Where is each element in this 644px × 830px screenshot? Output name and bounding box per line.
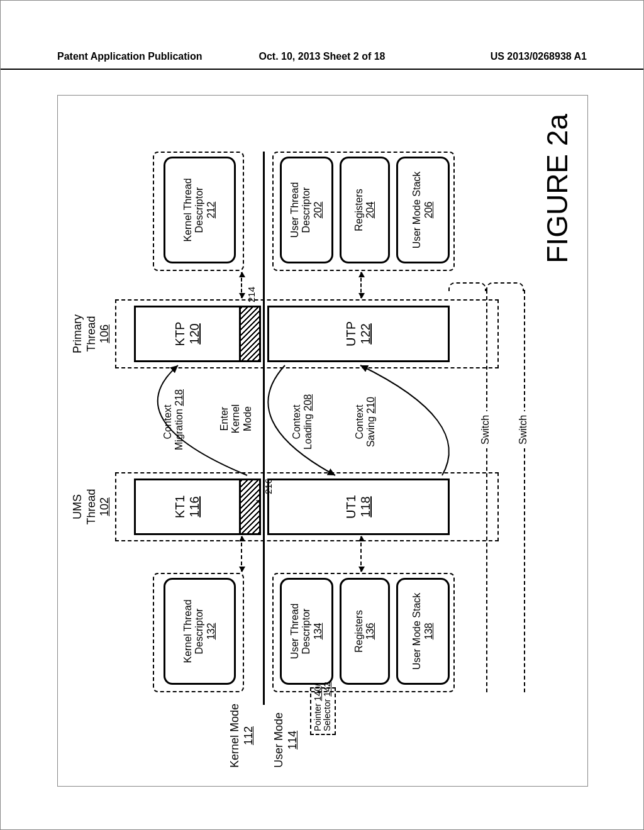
left-utd-box: User Thread Descriptor 134 (280, 578, 333, 685)
kt1-hatch (241, 479, 261, 535)
left-ums-box: User Mode Stack 138 (396, 578, 450, 685)
ktp-box: KTP 120 (134, 306, 241, 362)
switch-line-2 (524, 290, 525, 692)
left-reg-num: 136 (365, 623, 376, 640)
context-saving-label: Context Saving 210 (354, 394, 377, 450)
left-user-connector (360, 536, 365, 572)
context-loading-arrow (260, 362, 417, 479)
context-migration-num: 218 (174, 389, 184, 406)
left-reg-label: Registers (353, 610, 365, 653)
figure-label: FIGURE 2a (540, 114, 574, 263)
selector-num: 142 (322, 682, 332, 696)
right-kernel-connector (241, 272, 246, 298)
right-ktd-label: Kernel Thread Descriptor (182, 178, 206, 241)
switch-hook-1 (448, 282, 486, 291)
ums-thread-text: UMS Thread (71, 489, 97, 524)
ktp-hatch (241, 306, 261, 362)
right-user-group: User Thread Descriptor 202 Registers 204… (272, 152, 455, 271)
pointer-num: 140 (313, 686, 323, 700)
left-utd-label: User Thread Descriptor (289, 604, 313, 660)
left-ums-label: User Mode Stack (411, 593, 423, 670)
kernel-mode-num: 112 (242, 726, 255, 745)
left-kernel-group: Kernel Thread Descriptor 132 (153, 573, 244, 692)
utp-label: UTP (344, 321, 358, 346)
right-user-connector (360, 272, 365, 298)
right-ktd-num: 212 (206, 202, 217, 219)
right-utd-label: User Thread Descriptor (289, 182, 313, 238)
callout-214: 214 (246, 287, 257, 302)
callout-216-num: 216 (263, 479, 274, 494)
header-right: US 2013/0268938 A1 (491, 51, 587, 62)
left-ktd-label: Kernel Thread Descriptor (182, 599, 206, 663)
context-loading-num: 208 (303, 394, 313, 411)
page-root: Patent Application Publication Oct. 10, … (0, 0, 644, 830)
header: Patent Application Publication Oct. 10, … (1, 45, 643, 70)
right-utd-box: User Thread Descriptor 202 (280, 157, 333, 263)
kt1-label: KT1 (173, 495, 187, 519)
header-left: Patent Application Publication (57, 51, 203, 62)
context-migration-label: Context Migration 218 (162, 394, 186, 450)
right-ums-label: User Mode Stack (411, 172, 423, 249)
enter-kernel-text: Enter Kernel Mode (219, 404, 253, 433)
switch-label-2: Switch (518, 411, 529, 448)
context-saving-num: 210 (365, 397, 376, 414)
primary-thread-num: 106 (98, 324, 111, 343)
context-loading-text: Context Loading (291, 404, 313, 450)
right-reg-label: Registers (353, 189, 365, 231)
right-ums-num: 206 (423, 202, 435, 219)
diagram-frame: FIGURE 2a Kernel Mode 112 User Mode 114 … (57, 95, 588, 787)
kt1-num: 116 (187, 496, 202, 517)
user-mode-label: User Mode 114 (272, 712, 299, 768)
selector-label: Selector (322, 699, 332, 731)
left-user-group: User Thread Descriptor 134 Registers 136… (272, 573, 455, 692)
left-ums-num: 138 (423, 623, 435, 640)
kernel-mode-label: Kernel Mode 112 (228, 704, 255, 768)
ums-thread-label: UMS Thread 102 (71, 482, 112, 532)
kernel-mode-text: Kernel Mode (228, 704, 241, 768)
context-loading-label: Context Loading 208 (291, 394, 314, 450)
right-kernel-group: Kernel Thread Descriptor 212 (153, 152, 244, 271)
context-migration-text: Context Migration (162, 404, 184, 450)
ut1-box: UT1 118 (267, 479, 450, 535)
left-kernel-connector (241, 536, 246, 572)
utp-num: 122 (358, 323, 373, 344)
ktp-num: 120 (187, 323, 202, 344)
primary-thread-label: Primary Thread 106 (71, 309, 112, 359)
switch-line-1 (486, 290, 487, 692)
ut1-label: UT1 (344, 495, 358, 519)
diagram: FIGURE 2a Kernel Mode 112 User Mode 114 … (71, 114, 574, 768)
right-utd-num: 202 (313, 202, 324, 219)
user-mode-num: 114 (286, 731, 299, 750)
left-utd-num: 134 (313, 623, 324, 640)
pointer-label: Pointer (313, 704, 323, 731)
primary-thread-text: Primary Thread (71, 314, 97, 353)
callout-214-num: 214 (246, 287, 257, 302)
switch-hook-2 (486, 282, 524, 291)
user-mode-text: User Mode (272, 712, 285, 768)
header-center: Oct. 10, 2013 Sheet 2 of 18 (259, 51, 386, 62)
ut1-num: 118 (358, 496, 373, 517)
switch-label-1: Switch (480, 411, 491, 448)
kt1-box: KT1 116 (134, 479, 241, 535)
left-ktd-box: Kernel Thread Descriptor 132 (164, 578, 236, 685)
left-reg-box: Registers 136 (340, 578, 390, 685)
callout-216: ↘ 216 (263, 479, 274, 494)
right-ums-box: User Mode Stack 206 (396, 157, 450, 263)
right-ktd-box: Kernel Thread Descriptor 212 (164, 157, 236, 263)
ktp-label: KTP (173, 322, 187, 346)
right-reg-box: Registers 204 (340, 157, 390, 263)
mode-divider (263, 152, 265, 705)
right-reg-num: 204 (365, 202, 376, 219)
utp-box: UTP 122 (267, 306, 450, 362)
left-ktd-num: 132 (206, 623, 217, 640)
pointer-selector-box: Pointer 140/ Selector 142 (310, 687, 336, 735)
enter-kernel-label: Enter Kernel Mode (219, 397, 253, 441)
ums-thread-num: 102 (98, 497, 111, 516)
